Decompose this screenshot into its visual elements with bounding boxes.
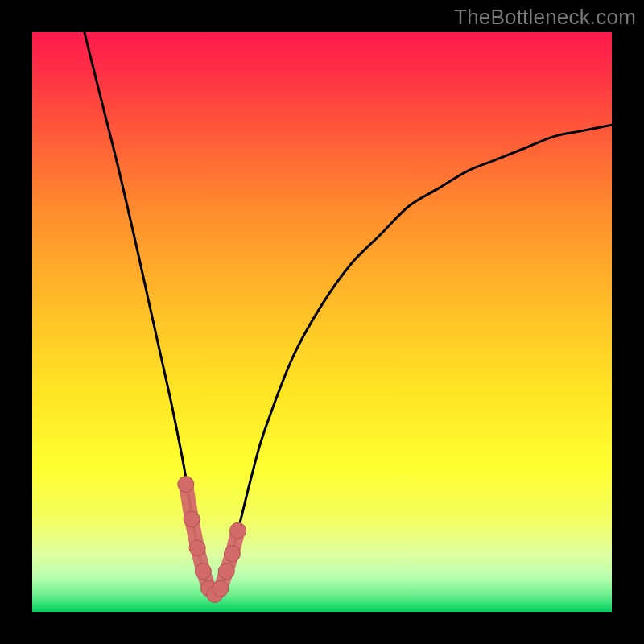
svg-point-1 [184,511,200,527]
svg-point-9 [230,522,246,539]
plot-area [32,32,612,612]
watermark-text: TheBottleneck.com [454,5,636,30]
svg-point-6 [213,580,229,597]
svg-point-0 [178,477,194,493]
chart-svg [32,32,612,612]
chart-frame: TheBottleneck.com [0,0,644,644]
svg-point-7 [218,564,234,580]
svg-point-3 [195,564,211,580]
svg-point-2 [189,540,205,556]
gradient-background [32,32,612,612]
svg-point-8 [224,546,240,562]
